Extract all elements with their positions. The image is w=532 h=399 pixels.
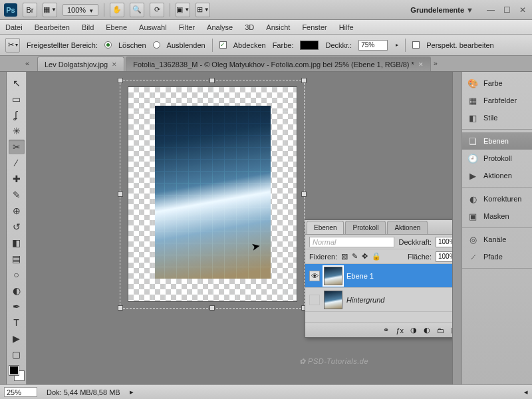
link-layers-icon[interactable]: ⚭ bbox=[383, 326, 389, 334]
wand-tool-icon[interactable]: ✳ bbox=[9, 124, 25, 138]
crop-handle-s[interactable] bbox=[209, 305, 215, 311]
crop-tool-preset-icon[interactable]: ✂▾ bbox=[5, 38, 20, 53]
maximize-icon[interactable]: ☐ bbox=[501, 5, 512, 15]
marquee-tool-icon[interactable]: ▭ bbox=[9, 92, 25, 106]
panel-farbe[interactable]: 🎨Farbe bbox=[462, 74, 532, 92]
zoom-display[interactable]: 100% ▼ bbox=[63, 4, 98, 16]
layer-name[interactable]: Hintergrund bbox=[346, 296, 452, 304]
eyedropper-tool-icon[interactable]: ⁄ bbox=[9, 156, 25, 170]
layers-panel[interactable]: Ebenen Protokoll Aktionen ▸▸ ≡ Normal De… bbox=[305, 219, 452, 338]
canvas-area[interactable]: ➤ Ebenen Protokoll Aktionen ▸▸ ≡ Normal … bbox=[27, 72, 452, 384]
zoom-tool-icon[interactable]: 🔍 bbox=[130, 3, 144, 17]
tab-ebenen[interactable]: Ebenen bbox=[307, 221, 344, 234]
menu-ebene[interactable]: Ebene bbox=[106, 23, 127, 31]
panel-stile[interactable]: ◧Stile bbox=[462, 109, 532, 126]
move-tool-icon[interactable]: ↖ bbox=[9, 76, 25, 90]
gradient-tool-icon[interactable]: ▤ bbox=[9, 251, 25, 266]
lock-all-icon[interactable]: 🔒 bbox=[372, 252, 381, 261]
bridge-button[interactable]: Br bbox=[23, 3, 37, 17]
menu-auswahl[interactable]: Auswahl bbox=[139, 23, 167, 31]
zoom-input[interactable]: 25% bbox=[4, 387, 37, 397]
layer-thumbnail[interactable] bbox=[324, 267, 342, 285]
panel-aktionen[interactable]: ▶Aktionen bbox=[462, 167, 532, 184]
panel-masken[interactable]: ▣Masken bbox=[462, 207, 532, 225]
visibility-toggle-icon[interactable] bbox=[309, 295, 320, 305]
blend-mode-select[interactable]: Normal bbox=[309, 237, 394, 247]
close-tab-icon[interactable]: ✕ bbox=[418, 61, 424, 68]
path-select-tool-icon[interactable]: ▶ bbox=[9, 331, 25, 346]
crop-handle-w[interactable] bbox=[118, 192, 123, 197]
checkbox-perspective[interactable] bbox=[412, 41, 420, 49]
stamp-tool-icon[interactable]: ⊕ bbox=[9, 203, 25, 218]
layer-row-hintergrund[interactable]: Hintergrund 🔒 bbox=[305, 288, 452, 312]
layer-opacity-input[interactable]: 100% bbox=[436, 237, 452, 247]
menu-filter[interactable]: Filter bbox=[179, 23, 195, 31]
panel-protokoll[interactable]: 🕘Protokoll bbox=[462, 150, 532, 167]
layer-mask-icon[interactable]: ◑ bbox=[410, 326, 417, 334]
panel-kanaele[interactable]: ◎Kanäle bbox=[462, 231, 532, 248]
menu-bild[interactable]: Bild bbox=[82, 23, 94, 31]
color-wells[interactable] bbox=[9, 366, 24, 380]
layer-fill-input[interactable]: 100% bbox=[436, 251, 452, 262]
layer-style-icon[interactable]: ƒx bbox=[396, 327, 404, 334]
crop-handle-nw[interactable] bbox=[118, 78, 123, 83]
lock-transparency-icon[interactable]: ▧ bbox=[341, 252, 348, 261]
visibility-toggle-icon[interactable]: 👁 bbox=[309, 271, 320, 281]
crop-marquee[interactable] bbox=[120, 80, 305, 309]
panel-korrekturen[interactable]: ◐Korrekturen bbox=[462, 190, 532, 207]
rotate-view-icon[interactable]: ⟳ bbox=[150, 3, 164, 17]
minimize-icon[interactable]: — bbox=[485, 5, 496, 15]
dodge-tool-icon[interactable]: ◐ bbox=[9, 283, 25, 298]
menu-3d[interactable]: 3D bbox=[245, 23, 254, 31]
tab-protokoll[interactable]: Protokoll bbox=[345, 221, 386, 234]
brush-tool-icon[interactable]: ✎ bbox=[9, 188, 25, 202]
pen-tool-icon[interactable]: ✒ bbox=[9, 299, 25, 314]
type-tool-icon[interactable]: T bbox=[9, 315, 25, 330]
new-group-icon[interactable]: 🗀 bbox=[437, 327, 444, 334]
workspace-switcher[interactable]: Grundelemente ▼ bbox=[404, 3, 480, 17]
shield-color-swatch[interactable] bbox=[300, 41, 319, 50]
tab-aktionen[interactable]: Aktionen bbox=[387, 221, 428, 234]
history-brush-tool-icon[interactable]: ↺ bbox=[9, 219, 25, 234]
document-tab-1[interactable]: Lev Dolgatshjov.jpg✕ bbox=[37, 57, 124, 71]
crop-handle-sw[interactable] bbox=[118, 305, 123, 311]
scroll-left-icon[interactable]: ◂ bbox=[524, 388, 528, 396]
blur-tool-icon[interactable]: ○ bbox=[9, 267, 25, 282]
checkbox-shield[interactable] bbox=[219, 41, 227, 49]
tabs-scroll-right-icon[interactable]: » bbox=[434, 59, 443, 68]
layer-row-ebene1[interactable]: 👁 Ebene 1 bbox=[305, 264, 452, 288]
menu-hilfe[interactable]: Hilfe bbox=[339, 23, 354, 31]
document-tab-2[interactable]: Fotolia_1362838_M - © Oleg Matyukhov - F… bbox=[126, 57, 431, 71]
menu-bearbeiten[interactable]: Bearbeiten bbox=[35, 23, 70, 31]
collapsed-dock-strip[interactable] bbox=[452, 72, 462, 384]
menu-datei[interactable]: Datei bbox=[5, 23, 23, 31]
screen-mode-button[interactable]: ▣▼ bbox=[176, 3, 190, 17]
menu-ansicht[interactable]: Ansicht bbox=[266, 23, 290, 31]
shield-opacity-input[interactable]: 75% bbox=[358, 40, 388, 51]
new-layer-icon[interactable]: ▣ bbox=[451, 326, 452, 334]
shape-tool-icon[interactable]: ▢ bbox=[9, 347, 25, 362]
lock-position-icon[interactable]: ✥ bbox=[362, 252, 368, 261]
panel-pfade[interactable]: ⟋Pfade bbox=[462, 248, 532, 265]
eraser-tool-icon[interactable]: ◧ bbox=[9, 235, 25, 250]
view-extras-button[interactable]: ⊞▼ bbox=[196, 3, 210, 17]
healing-tool-icon[interactable]: ✚ bbox=[9, 172, 25, 186]
menu-analyse[interactable]: Analyse bbox=[207, 23, 233, 31]
layer-thumbnail[interactable] bbox=[324, 291, 342, 309]
lasso-tool-icon[interactable]: ʆ bbox=[9, 108, 25, 122]
close-icon[interactable]: ✕ bbox=[517, 5, 528, 15]
hand-tool-icon[interactable]: ✋ bbox=[110, 3, 124, 17]
statusbar-menu-icon[interactable]: ▸ bbox=[130, 388, 134, 396]
menu-fenster[interactable]: Fenster bbox=[302, 23, 327, 31]
radio-delete[interactable] bbox=[104, 41, 112, 49]
adjustment-layer-icon[interactable]: ◐ bbox=[424, 326, 430, 334]
lock-pixels-icon[interactable]: ✎ bbox=[352, 252, 358, 261]
crop-handle-ne[interactable] bbox=[301, 78, 307, 83]
panel-ebenen[interactable]: ❏Ebenen bbox=[462, 132, 532, 150]
radio-hide[interactable] bbox=[153, 41, 160, 49]
crop-handle-n[interactable] bbox=[209, 78, 215, 83]
tabs-scroll-left-icon[interactable]: « bbox=[25, 59, 35, 68]
panel-farbfelder[interactable]: ▦Farbfelder bbox=[462, 92, 532, 109]
close-tab-icon[interactable]: ✕ bbox=[112, 61, 117, 68]
arrange-docs-button[interactable]: ▦▼ bbox=[43, 3, 57, 17]
